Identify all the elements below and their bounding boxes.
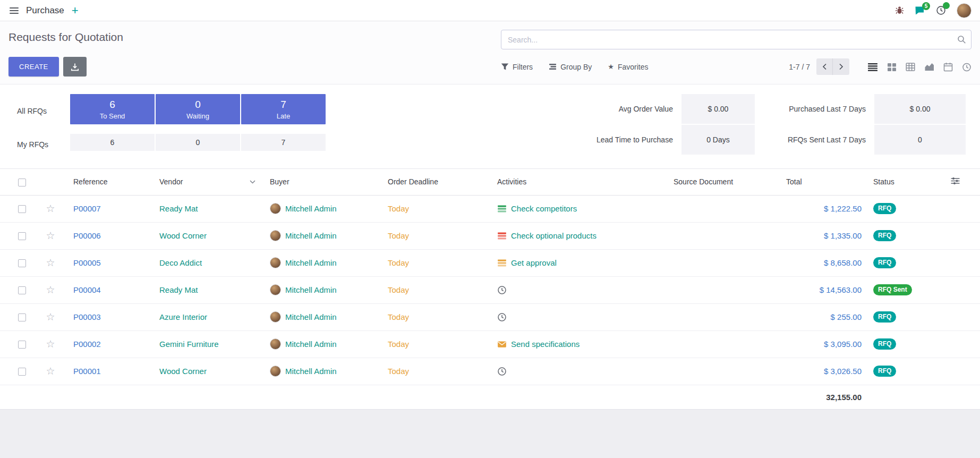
row-checkbox[interactable]	[18, 286, 26, 294]
activity-label[interactable]: Send specifications	[511, 340, 580, 349]
activity-icon[interactable]	[497, 204, 507, 214]
vendor-link[interactable]: Gemini Furniture	[159, 340, 219, 349]
activities-icon[interactable]	[936, 5, 946, 15]
row-checkbox[interactable]	[18, 341, 26, 349]
buyer-link[interactable]: Mitchell Admin	[285, 204, 337, 213]
reference-link[interactable]: P00003	[73, 312, 101, 321]
buyer-link[interactable]: Mitchell Admin	[285, 258, 337, 267]
messages-icon[interactable]: 5	[915, 6, 925, 15]
apps-menu-icon[interactable]	[8, 5, 20, 16]
chevron-down-icon	[250, 180, 255, 184]
user-avatar[interactable]	[957, 3, 972, 18]
column-header-order-deadline[interactable]: Order Deadline	[382, 169, 489, 195]
table-row[interactable]: ☆ P00001 Wood Corner Mitchell Admin Toda…	[0, 358, 980, 385]
activity-icon[interactable]	[497, 367, 507, 376]
activity-icon[interactable]	[497, 285, 507, 295]
stat-late[interactable]: 7 Late	[241, 94, 326, 124]
column-options-icon[interactable]	[951, 177, 960, 185]
filters-button[interactable]: Filters	[501, 63, 533, 71]
search-input[interactable]	[501, 30, 972, 49]
search-icon[interactable]	[957, 35, 966, 44]
column-header-status[interactable]: Status	[866, 169, 951, 195]
late-label: Late	[277, 112, 290, 120]
column-header-activities[interactable]: Activities	[489, 169, 664, 195]
activity-icon[interactable]	[497, 340, 507, 349]
column-header-reference[interactable]: Reference	[64, 169, 151, 195]
buyer-link[interactable]: Mitchell Admin	[285, 285, 337, 294]
view-activity-icon[interactable]	[962, 62, 972, 72]
reference-link[interactable]: P00001	[73, 367, 101, 376]
table-row[interactable]: ☆ P00006 Wood Corner Mitchell Admin Toda…	[0, 222, 980, 249]
vendor-link[interactable]: Ready Mat	[159, 204, 198, 213]
pager-previous-button[interactable]	[816, 58, 833, 75]
totals-row: 32,155.00	[0, 385, 980, 409]
create-button[interactable]: CREATE	[8, 57, 59, 77]
vendor-link[interactable]: Ready Mat	[159, 285, 198, 294]
favorites-button[interactable]: ★ Favorites	[608, 63, 648, 71]
favorite-star-icon[interactable]: ☆	[46, 203, 55, 214]
view-list-icon[interactable]	[867, 62, 878, 72]
favorite-star-icon[interactable]: ☆	[46, 257, 55, 268]
row-checkbox[interactable]	[18, 232, 26, 240]
activity-icon[interactable]	[497, 312, 507, 322]
buyer-link[interactable]: Mitchell Admin	[285, 367, 337, 376]
order-deadline-value: Today	[388, 340, 409, 349]
view-graph-icon[interactable]	[924, 62, 934, 72]
reference-link[interactable]: P00005	[73, 258, 101, 267]
table-row[interactable]: ☆ P00007 Ready Mat Mitchell Admin Today …	[0, 195, 980, 222]
vendor-link[interactable]: Wood Corner	[159, 367, 207, 376]
view-kanban-icon[interactable]	[887, 62, 897, 72]
table-row[interactable]: ☆ P00005 Deco Addict Mitchell Admin Toda…	[0, 249, 980, 276]
pager-next-button[interactable]	[833, 58, 849, 75]
select-all-checkbox[interactable]	[18, 179, 26, 186]
stat-waiting[interactable]: 0 Waiting	[156, 94, 240, 124]
buyer-link[interactable]: Mitchell Admin	[285, 312, 337, 321]
favorite-star-icon[interactable]: ☆	[46, 284, 55, 295]
buyer-avatar	[270, 230, 281, 241]
reference-link[interactable]: P00007	[73, 204, 101, 213]
column-header-buyer[interactable]: Buyer	[263, 169, 382, 195]
all-rfqs-label: All RFQs	[17, 94, 69, 128]
column-header-total[interactable]: Total	[786, 169, 866, 195]
buyer-link[interactable]: Mitchell Admin	[285, 340, 337, 349]
view-calendar-icon[interactable]	[943, 62, 953, 72]
row-checkbox[interactable]	[18, 368, 26, 376]
favorite-star-icon[interactable]: ☆	[46, 311, 55, 323]
activity-label[interactable]: Get approval	[511, 258, 557, 267]
my-late[interactable]: 7	[241, 134, 326, 151]
table-row[interactable]: ☆ P00002 Gemini Furniture Mitchell Admin…	[0, 330, 980, 358]
app-title[interactable]: Purchase	[26, 5, 64, 16]
row-checkbox[interactable]	[18, 205, 26, 213]
favorite-star-icon[interactable]: ☆	[46, 338, 55, 350]
stat-to-send[interactable]: 6 To Send	[70, 94, 155, 124]
reference-link[interactable]: P00002	[73, 340, 101, 349]
reference-link[interactable]: P00006	[73, 231, 101, 240]
activity-label[interactable]: Check optional products	[511, 231, 596, 240]
column-header-source-document[interactable]: Source Document	[664, 169, 786, 195]
row-checkbox[interactable]	[18, 259, 26, 267]
my-to-send[interactable]: 6	[70, 134, 155, 151]
activity-label[interactable]: Check competitors	[511, 204, 577, 213]
debug-bug-icon[interactable]	[895, 6, 904, 15]
column-header-vendor[interactable]: Vendor	[151, 169, 263, 195]
favorite-star-icon[interactable]: ☆	[46, 230, 55, 241]
vendor-link[interactable]: Wood Corner	[159, 231, 207, 240]
table-row[interactable]: ☆ P00003 Azure Interior Mitchell Admin T…	[0, 303, 980, 330]
export-button[interactable]	[63, 57, 87, 77]
reference-link[interactable]: P00004	[73, 285, 101, 294]
buyer-avatar	[270, 257, 281, 268]
activity-icon[interactable]	[497, 258, 507, 268]
favorites-label: Favorites	[618, 63, 649, 71]
plus-icon[interactable]: +	[72, 5, 79, 16]
vendor-link[interactable]: Azure Interior	[159, 312, 207, 321]
table-row[interactable]: ☆ P00004 Ready Mat Mitchell Admin Today …	[0, 276, 980, 303]
activity-icon[interactable]	[497, 231, 507, 241]
view-pivot-icon[interactable]	[906, 62, 915, 72]
favorite-star-icon[interactable]: ☆	[46, 366, 55, 377]
vendor-link[interactable]: Deco Addict	[159, 258, 202, 267]
buyer-link[interactable]: Mitchell Admin	[285, 231, 337, 240]
my-waiting[interactable]: 0	[156, 134, 240, 151]
row-checkbox[interactable]	[18, 313, 26, 321]
group-by-button[interactable]: Group By	[549, 63, 592, 71]
waiting-count: 0	[195, 99, 201, 111]
